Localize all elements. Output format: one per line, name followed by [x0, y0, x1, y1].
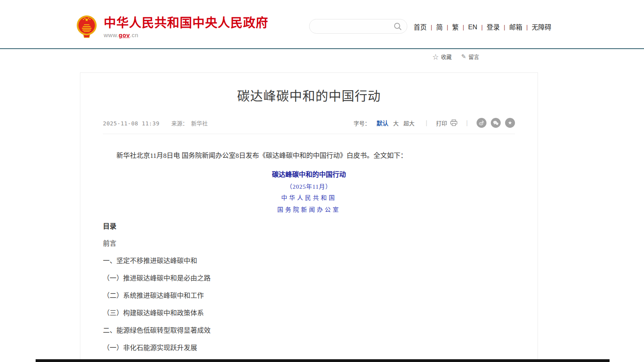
bottom-edge-bar	[36, 359, 610, 362]
url-cn: .cn	[130, 32, 139, 38]
nav-accessibility[interactable]: 无障碍	[532, 22, 551, 32]
page-actions: ☆ 收藏 ✎ 留言	[433, 52, 479, 61]
nav-separator: |	[481, 24, 483, 30]
header-divider	[0, 48, 644, 49]
favorite-button[interactable]: ☆ 收藏	[433, 52, 452, 61]
url-www: www.	[104, 32, 119, 38]
article-title: 碳达峰碳中和的中国行动	[80, 73, 538, 104]
toc-item: （三）构建碳达峰碳中和政策体系	[103, 309, 515, 318]
article-meta: 2025-11-08 11:39 来源： 新华社 字号： 默认 大 超大 | 打…	[103, 118, 515, 134]
meta-separator: |	[466, 119, 468, 127]
nav-separator: |	[463, 24, 464, 30]
nav-simplified[interactable]: 简	[436, 22, 443, 32]
nav-login[interactable]: 登录	[487, 22, 500, 32]
url-gov: gov	[119, 32, 130, 38]
toc-item: 前言	[103, 239, 515, 248]
nav-home[interactable]: 首页	[414, 22, 427, 32]
fontsize-xlarge-button[interactable]: 超大	[403, 119, 414, 127]
nav-separator: |	[504, 24, 505, 30]
meta-right: 字号： 默认 大 超大 | 打印 |	[353, 118, 515, 128]
site-header: 中华人民共和国中央人民政府 www.gov.cn 首页 | 简 | 繁 | EN…	[0, 0, 644, 48]
toc-item: （一）非化石能源实现跃升发展	[103, 344, 515, 353]
nav-separator: |	[431, 24, 432, 30]
site-logo[interactable]: 中华人民共和国中央人民政府 www.gov.cn	[75, 14, 268, 39]
search-icon[interactable]	[393, 22, 402, 31]
article-card: 碳达峰碳中和的中国行动 2025-11-08 11:39 来源： 新华社 字号：…	[80, 72, 538, 362]
share-group	[477, 118, 515, 128]
nav-mailbox[interactable]: 邮箱	[509, 22, 522, 32]
star-icon: ☆	[433, 52, 439, 61]
source: 来源： 新华社	[171, 119, 208, 127]
print-button[interactable]: 打印	[436, 119, 458, 127]
nav-separator: |	[446, 24, 448, 30]
pencil-icon: ✎	[461, 53, 466, 60]
page: 中华人民共和国中央人民政府 www.gov.cn 首页 | 简 | 繁 | EN…	[0, 0, 644, 362]
print-label: 打印	[436, 119, 447, 127]
toc-item: （二）系统推进碳达峰碳中和工作	[103, 292, 515, 300]
meta-left: 2025-11-08 11:39 来源： 新华社	[103, 119, 208, 127]
national-emblem-icon	[75, 14, 98, 39]
nav-traditional[interactable]: 繁	[452, 22, 459, 32]
meta-separator: |	[426, 119, 427, 127]
fontsize-default-button[interactable]: 默认	[376, 119, 388, 127]
share-wechat-icon[interactable]	[491, 118, 501, 128]
lead-paragraph: 新华社北京11月8日电 国务院新闻办公室8日发布《碳达峰碳中和的中国行动》白皮书…	[103, 151, 515, 161]
printer-icon	[450, 119, 458, 126]
publish-date: 2025-11-08 11:39	[103, 120, 160, 127]
share-star-icon[interactable]	[505, 118, 515, 128]
document-org-line1: 中华人民共和国	[80, 193, 538, 202]
document-org-line2: 国务院新闻办公室	[80, 205, 538, 214]
nav-english[interactable]: EN	[468, 23, 477, 31]
source-value: 新华社	[191, 119, 208, 127]
share-weibo-icon[interactable]	[477, 118, 486, 128]
search-input[interactable]	[317, 23, 393, 30]
search-box[interactable]	[309, 19, 407, 34]
document-title: 碳达峰碳中和的中国行动	[80, 170, 538, 180]
toc-item: 一、坚定不移推进碳达峰碳中和	[103, 257, 515, 265]
site-title: 中华人民共和国中央人民政府	[104, 17, 268, 29]
comment-button[interactable]: ✎ 留言	[461, 53, 479, 61]
document-date: （2025年11月）	[80, 182, 538, 191]
fontsize-large-button[interactable]: 大	[393, 119, 399, 127]
source-label: 来源：	[171, 119, 188, 127]
fontsize-label: 字号：	[353, 119, 370, 127]
toc-item: 二、能源绿色低碳转型取得显著成效	[103, 326, 515, 335]
top-nav: 首页 | 简 | 繁 | EN | 登录 | 邮箱 | 无障碍	[414, 22, 551, 32]
favorite-label: 收藏	[441, 53, 452, 61]
nav-separator: |	[526, 24, 528, 30]
comment-label: 留言	[469, 53, 479, 61]
toc-item: （一）推进碳达峰碳中和是必由之路	[103, 274, 515, 283]
document-heading-block: 碳达峰碳中和的中国行动 （2025年11月） 中华人民共和国 国务院新闻办公室	[80, 170, 538, 214]
site-url: www.gov.cn	[104, 32, 268, 38]
site-text: 中华人民共和国中央人民政府 www.gov.cn	[104, 14, 268, 38]
toc-heading: 目录	[103, 222, 515, 231]
